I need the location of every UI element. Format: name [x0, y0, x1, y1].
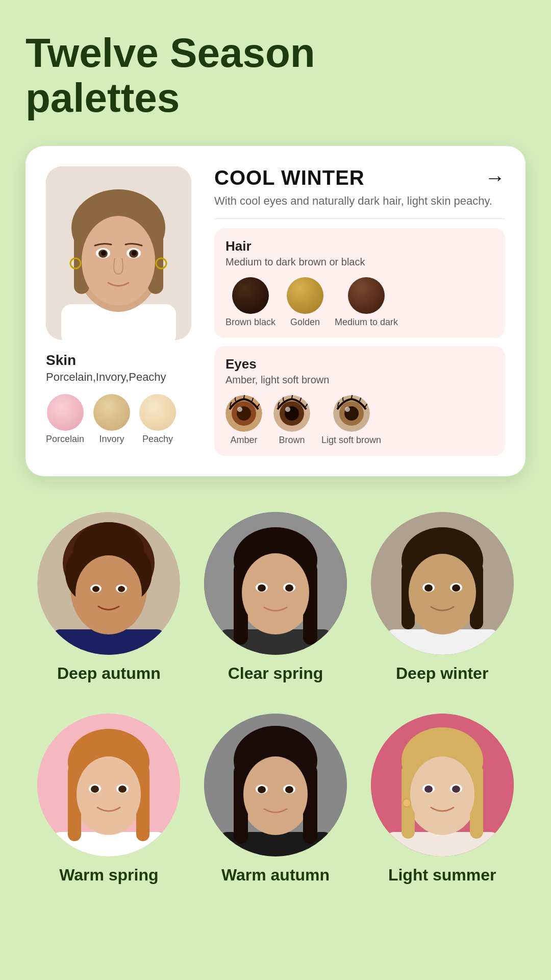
portrait-circle-deep-autumn: [37, 512, 180, 655]
eye-name-brown: Brown: [279, 435, 305, 446]
season-desc: With cool eyes and naturally dark hair, …: [214, 193, 505, 209]
portrait-label-warm-autumn: Warm autumn: [221, 866, 330, 885]
person-photo: [46, 166, 191, 340]
swatch-name-porcelain: Porcelain: [46, 434, 84, 445]
svg-point-65: [452, 584, 460, 592]
hair-circle-golden: [287, 277, 323, 314]
hair-name-brownblack: Brown black: [226, 317, 276, 328]
svg-point-100: [424, 786, 433, 793]
hair-attribute-card: Hair Medium to dark brown or black Brown…: [214, 228, 505, 338]
portrait-deep-winter[interactable]: Deep winter: [359, 512, 525, 683]
svg-point-24: [285, 407, 290, 412]
svg-point-88: [258, 786, 266, 793]
portrait-deep-autumn[interactable]: Deep autumn: [26, 512, 192, 683]
hair-name-golden: Golden: [290, 317, 320, 328]
svg-point-49: [242, 553, 309, 632]
divider: [214, 218, 505, 219]
swatch-porcelain: Porcelain: [46, 394, 84, 445]
portrait-circle-light-summer: [371, 714, 514, 856]
swatch-peachy: Peachy: [139, 394, 176, 445]
svg-point-28: [345, 407, 350, 412]
card-left: Skin Porcelain,Invory,Peachy Porcelain I…: [46, 166, 199, 456]
svg-point-61: [409, 554, 476, 631]
hair-swatch-golden: Golden: [287, 277, 323, 328]
portrait-label-deep-winter: Deep winter: [396, 664, 488, 683]
hair-swatches: Brown black Golden Medium to dark: [226, 277, 494, 328]
portrait-warm-spring[interactable]: Warm spring: [26, 714, 192, 885]
svg-point-8: [82, 216, 155, 306]
portraits-row-2: Warm spring: [26, 714, 525, 885]
svg-point-13: [101, 251, 106, 256]
hair-title: Hair: [226, 238, 494, 254]
portrait-label-clear-spring: Clear spring: [228, 664, 323, 683]
eye-swatch-amber: Amber: [226, 395, 262, 446]
portrait-circle-deep-winter: [371, 512, 514, 655]
skin-swatches: Porcelain Invory Peachy: [46, 394, 176, 445]
eye-swatch-brown: Brown: [273, 395, 310, 446]
svg-point-97: [410, 756, 474, 832]
svg-point-64: [424, 584, 433, 592]
eye-circle-brown: [273, 395, 310, 432]
svg-point-73: [77, 756, 141, 832]
swatch-circle-peachy: [139, 394, 176, 431]
page-title: Twelve Season palettes: [26, 31, 525, 120]
skin-sublabel: Porcelain,Invory,Peachy: [46, 371, 166, 384]
hair-subtitle: Medium to dark brown or black: [226, 256, 494, 268]
svg-point-53: [285, 584, 293, 592]
svg-point-85: [243, 756, 308, 832]
person-photo-svg: [46, 166, 191, 340]
eyes-attribute-card: Eyes Amber, light soft brown: [214, 346, 505, 456]
portrait-clear-spring[interactable]: Clear spring: [192, 512, 359, 683]
svg-point-41: [118, 586, 125, 592]
hair-circle-medium: [348, 277, 385, 314]
swatch-name-peachy: Peachy: [142, 434, 173, 445]
arrow-icon[interactable]: →: [485, 166, 505, 189]
svg-point-52: [258, 584, 266, 592]
card-header: COOL WINTER →: [214, 166, 505, 189]
swatch-name-invory: Invory: [99, 434, 124, 445]
eyes-title: Eyes: [226, 356, 494, 372]
eye-circle-amber: [226, 395, 262, 432]
svg-point-76: [91, 786, 99, 793]
hair-swatch-brownblack: Brown black: [226, 277, 276, 328]
svg-point-14: [132, 251, 137, 256]
season-card: Skin Porcelain,Invory,Peachy Porcelain I…: [26, 146, 525, 476]
eyes-subtitle: Amber, light soft brown: [226, 374, 494, 386]
card-right: COOL WINTER → With cool eyes and natural…: [214, 166, 505, 456]
eye-name-amber: Amber: [230, 435, 257, 446]
svg-point-37: [76, 555, 142, 632]
eye-swatch-lightbrown: Ligt soft brown: [321, 395, 381, 446]
portrait-label-light-summer: Light summer: [388, 866, 496, 885]
portrait-label-warm-spring: Warm spring: [59, 866, 158, 885]
hair-name-medium: Medium to dark: [335, 317, 398, 328]
eyes-swatches: Amber: [226, 395, 494, 446]
svg-point-89: [285, 786, 293, 793]
skin-label: Skin: [46, 352, 76, 369]
hair-circle-brownblack: [232, 277, 269, 314]
portrait-circle-clear-spring: [204, 512, 347, 655]
swatch-circle-invory: [93, 394, 130, 431]
portrait-circle-warm-autumn: [204, 714, 347, 856]
svg-point-77: [118, 786, 127, 793]
eye-name-lightbrown: Ligt soft brown: [321, 435, 381, 446]
eye-circle-lightbrown: [333, 395, 370, 432]
svg-point-102: [403, 799, 411, 807]
season-title: COOL WINTER: [214, 166, 365, 189]
portrait-label-deep-autumn: Deep autumn: [57, 664, 161, 683]
portrait-circle-warm-spring: [37, 714, 180, 856]
swatch-circle-porcelain: [47, 394, 84, 431]
swatch-invory: Invory: [93, 394, 130, 445]
portrait-light-summer[interactable]: Light summer: [359, 714, 525, 885]
hair-swatch-medium: Medium to dark: [335, 277, 398, 328]
portraits-row-1: Deep autumn: [26, 512, 525, 683]
svg-point-101: [452, 786, 460, 793]
svg-point-20: [237, 407, 242, 412]
svg-point-40: [92, 586, 99, 592]
portrait-warm-autumn[interactable]: Warm autumn: [192, 714, 359, 885]
